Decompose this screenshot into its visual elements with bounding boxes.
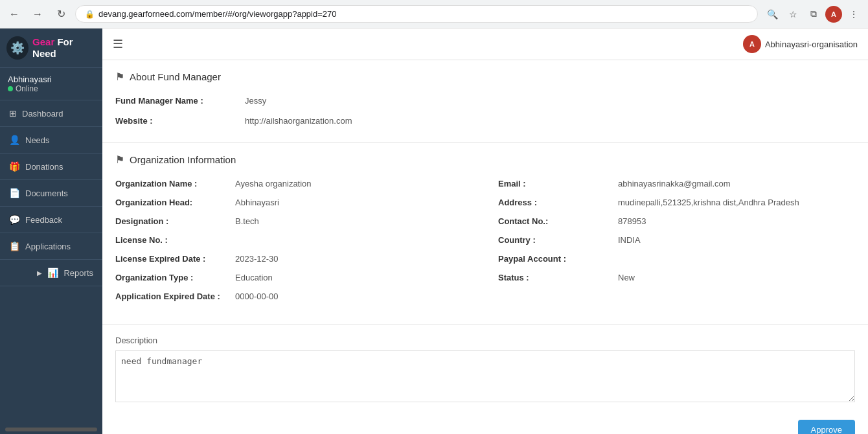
description-section: Description xyxy=(102,325,868,415)
designation-value: B.tech xyxy=(235,215,472,227)
app-container: ⚙️ Gear For Need Abhinayasri Online ⊞ Da… xyxy=(0,29,868,434)
sidebar-item-needs[interactable]: 👤 Needs xyxy=(0,127,102,154)
sidebar: ⚙️ Gear For Need Abhinayasri Online ⊞ Da… xyxy=(0,29,102,434)
back-button[interactable]: ← xyxy=(5,5,23,23)
license-expired-value: 2023-12-30 xyxy=(235,253,472,265)
search-icon[interactable]: 🔍 xyxy=(763,5,781,23)
reports-icon: 📊 xyxy=(47,268,58,278)
org-left-col: Organization Name : Ayesha organization … xyxy=(115,177,472,309)
address-value: mudinepalli,521325,krishna dist,Andhra P… xyxy=(618,196,855,209)
org-info-title: ⚑ Organization Information xyxy=(115,154,855,166)
org-name-label: Organization Name : xyxy=(115,177,235,190)
address-row: Address : mudinepalli,521325,krishna dis… xyxy=(498,196,855,209)
approve-button[interactable]: Approve xyxy=(798,420,855,434)
sidebar-item-label: Documents xyxy=(25,188,68,198)
description-textarea[interactable] xyxy=(115,350,855,402)
org-type-row: Organization Type : Education xyxy=(115,271,472,284)
donations-icon: 🎁 xyxy=(9,161,20,172)
fund-manager-section: ⚑ About Fund Manager Fund Manager Name :… xyxy=(102,60,868,143)
sidebar-user: Abhinayasri Online xyxy=(0,68,102,100)
sidebar-nav: ⊞ Dashboard 👤 Needs 🎁 Donations 📄 Docume… xyxy=(0,100,102,425)
top-bar-right: A Abhinayasri-organisation xyxy=(743,35,858,53)
org-right-col: Email : abhinayasrinakka@gmail.com Addre… xyxy=(498,177,855,309)
status-text: Online xyxy=(16,84,38,93)
fund-manager-name-value: Jessy xyxy=(245,95,855,107)
sidebar-item-donations[interactable]: 🎁 Donations xyxy=(0,154,102,180)
fund-manager-grid: Fund Manager Name : Jessy Website : http… xyxy=(115,95,855,127)
sidebar-scrollbar[interactable] xyxy=(5,428,97,431)
documents-icon: 📄 xyxy=(9,188,20,198)
status-row: Status : New xyxy=(498,271,855,284)
license-no-row: License No. : xyxy=(115,234,472,246)
sidebar-item-label: Reports xyxy=(63,268,93,278)
sidebar-item-label: Donations xyxy=(25,162,63,172)
top-username: Abhinayasri-organisation xyxy=(765,40,858,49)
sidebar-item-label: Feedback xyxy=(25,215,62,225)
sidebar-item-documents[interactable]: 📄 Documents xyxy=(0,180,102,207)
browser-chrome: ← → ↻ 🔒 devang.gearforneed.com/member/#/… xyxy=(0,0,868,29)
country-row: Country : INDIA xyxy=(498,234,855,246)
fund-manager-icon: ⚑ xyxy=(115,71,124,83)
org-info-section: ⚑ Organization Information Organization … xyxy=(102,143,868,325)
needs-icon: 👤 xyxy=(9,135,20,145)
user-avatar: A xyxy=(743,35,761,53)
sidebar-logo: ⚙️ Gear For Need xyxy=(0,29,102,68)
sidebar-item-label: Needs xyxy=(25,135,50,145)
lock-icon: 🔒 xyxy=(85,10,95,19)
url-text: devang.gearforneed.com/member/#/org/view… xyxy=(98,9,748,19)
org-head-label: Organization Head: xyxy=(115,196,235,209)
dashboard-icon: ⊞ xyxy=(9,108,17,119)
contact-row: Contact No.: 878953 xyxy=(498,215,855,227)
status-label: Status : xyxy=(498,271,618,284)
license-expired-row: License Expired Date : 2023-12-30 xyxy=(115,253,472,265)
email-row: Email : abhinayasrinakka@gmail.com xyxy=(498,177,855,190)
expand-icon: ▶ xyxy=(37,269,42,277)
fund-manager-name-label: Fund Manager Name : xyxy=(115,95,245,107)
contact-label: Contact No.: xyxy=(498,215,618,227)
sidebar-status: Online xyxy=(8,84,95,93)
paypal-value xyxy=(618,253,855,265)
org-info-icon: ⚑ xyxy=(115,154,124,166)
sidebar-username: Abhinayasri xyxy=(8,74,95,84)
country-label: Country : xyxy=(498,234,618,246)
org-name-value: Ayesha organization xyxy=(235,177,472,190)
feedback-icon: 💬 xyxy=(9,214,20,225)
sidebar-item-applications[interactable]: 📋 Applications xyxy=(0,233,102,260)
paypal-label: Paypal Account : xyxy=(498,253,618,265)
app-expired-label: Application Expired Date : xyxy=(115,290,235,303)
sidebar-item-feedback[interactable]: 💬 Feedback xyxy=(0,207,102,233)
split-view-icon[interactable]: ⧉ xyxy=(805,5,823,23)
sidebar-item-dashboard[interactable]: ⊞ Dashboard xyxy=(0,100,102,127)
sidebar-item-reports[interactable]: ▶ 📊 Reports xyxy=(0,260,102,286)
logo-icon: ⚙️ xyxy=(6,36,29,60)
license-no-label: License No. : xyxy=(115,234,235,246)
reload-button[interactable]: ↻ xyxy=(52,5,70,23)
org-head-value: Abhinayasri xyxy=(235,196,472,209)
page-body: ⚑ About Fund Manager Fund Manager Name :… xyxy=(102,60,868,434)
status-value: New xyxy=(618,271,855,284)
browser-profile-icon[interactable]: A xyxy=(825,6,842,23)
org-type-label: Organization Type : xyxy=(115,271,235,284)
address-bar[interactable]: 🔒 devang.gearforneed.com/member/#/org/vi… xyxy=(75,5,758,23)
address-label: Address : xyxy=(498,196,618,209)
forward-button[interactable]: → xyxy=(29,5,47,23)
applications-icon: 📋 xyxy=(9,241,20,251)
fund-manager-website-value: http://ailshaorganization.com xyxy=(245,115,855,127)
country-value: INDIA xyxy=(618,234,855,246)
description-title: Description xyxy=(115,336,855,345)
bookmark-icon[interactable]: ☆ xyxy=(784,5,802,23)
org-name-row: Organization Name : Ayesha organization xyxy=(115,177,472,190)
fund-manager-website-label: Website : xyxy=(115,115,245,127)
fund-manager-title: ⚑ About Fund Manager xyxy=(115,71,855,83)
org-head-row: Organization Head: Abhinayasri xyxy=(115,196,472,209)
browser-actions: 🔍 ☆ ⧉ A ⋮ xyxy=(763,5,863,23)
hamburger-button[interactable]: ☰ xyxy=(113,37,123,51)
menu-icon[interactable]: ⋮ xyxy=(845,5,863,23)
org-info-grid: Organization Name : Ayesha organization … xyxy=(115,177,855,309)
paypal-row: Paypal Account : xyxy=(498,253,855,265)
bottom-btn-row: Approve xyxy=(102,415,868,434)
logo-text: Gear For Need xyxy=(32,36,96,60)
main-content: ☰ A Abhinayasri-organisation ⚑ About Fun… xyxy=(102,29,868,434)
email-value: abhinayasrinakka@gmail.com xyxy=(618,177,855,190)
status-dot xyxy=(8,86,13,91)
